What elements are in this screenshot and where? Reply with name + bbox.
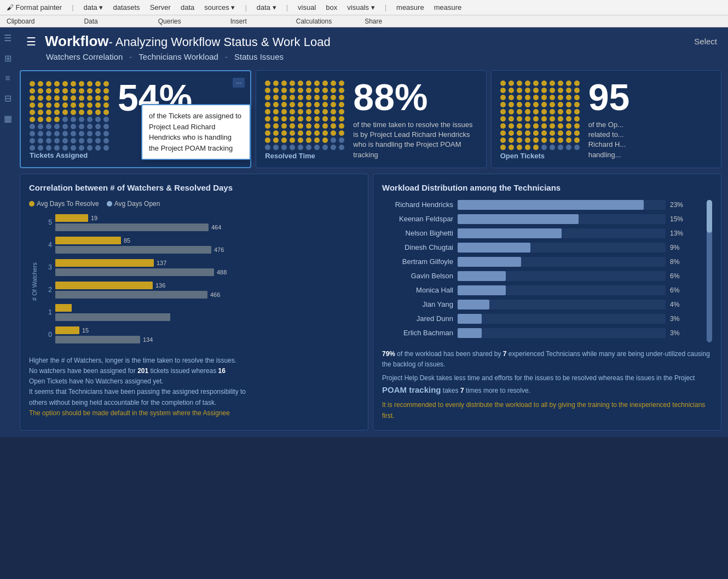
dot-cell [533,123,539,129]
scrollbar-thumb[interactable] [707,200,712,233]
dot-cell [298,116,303,122]
toolbar-measure1[interactable]: measure [396,3,424,12]
dot-cell [290,116,295,122]
sidebar-icon-4[interactable]: ⊟ [4,93,11,104]
sidebar-icon-3[interactable]: ≡ [5,73,10,83]
dot-cell [541,137,547,143]
dot-cell [574,81,580,86]
title-subtitle: - Analyzing Workflow Status & Work Load [109,35,331,49]
dot-cell [79,95,84,101]
dot-cell [62,124,68,129]
gold-bar-line: 15 [55,326,359,334]
dot-cell [273,130,279,136]
footer-line-3: Open Tickets have No Watchers assigned y… [29,376,359,387]
tab-watchers-correlation[interactable]: Watchers Correlation [46,52,123,61]
workload-bar-fill [458,200,644,210]
dot-cell [95,145,101,151]
format-painter[interactable]: 🖌 Format painter [7,3,62,12]
dot-cell [71,117,76,122]
dot-grid-open [500,81,581,150]
chart-legend: Avg Days To Resolve Avg Days Open [29,200,359,208]
sidebar-icon-2[interactable]: ⊞ [4,53,11,64]
dots-menu[interactable]: ··· [233,78,245,88]
dot-cell [322,102,328,107]
dot-cell [30,117,35,122]
gray-bar-line: 476 [55,246,359,254]
tab-technicians-workload[interactable]: Technicians Workload [138,52,218,61]
workload-scrollbar[interactable] [707,200,712,342]
dot-cell [87,124,93,129]
workload-percent: 4% [670,301,690,308]
dot-cell [54,110,60,115]
workload-bar-bg [458,243,666,253]
toolbar-data3[interactable]: data ▾ [257,3,276,12]
toolbar-box[interactable]: box [326,3,337,12]
dot-cell [30,131,35,136]
bars-container: 15134 [55,326,359,343]
dot-cell [281,145,287,150]
workload-chart: Richard Hendricks23%Keenan Feldspar15%Ne… [382,200,712,342]
toolbar-data1[interactable]: data ▾ [84,3,103,12]
tab-status-issues[interactable]: Status Issues [234,52,284,61]
dot-cell [566,81,571,86]
sidebar-icon-5[interactable]: ▦ [4,113,12,124]
toolbar-data2[interactable]: data [181,3,194,12]
gray-bar [55,336,140,343]
kpi-row: 54% ··· of the Tickets are assigned to P… [20,70,721,168]
section-share: Share [365,18,382,25]
left-panel-title: Correlation between # of Watchers & Reso… [29,183,359,192]
legend-resolve: Avg Days To Resolve [29,200,99,208]
dot-cell [331,109,336,114]
dot-cell [79,145,84,151]
select-button[interactable]: Select [694,37,717,46]
dot-cell [566,88,571,93]
bottom-row: Correlation between # of Watchers & Reso… [20,174,721,431]
kpi-desc-resolved: of the time taken to resolve the issues … [353,120,477,160]
dot-cell [322,130,328,136]
dot-cell [62,95,68,101]
sidebar-icon-1[interactable]: ☰ [4,33,11,43]
title-bold: Workflow [45,33,109,49]
dot-cell [566,102,571,107]
dot-cell [322,81,328,86]
dot-cell [87,145,93,151]
kpi-card-tickets-assigned: 54% ··· of the Tickets are assigned to P… [20,70,251,168]
workload-bars: Richard Hendricks23%Keenan Feldspar15%Ne… [382,200,703,342]
toolbar-server[interactable]: Server [150,3,171,12]
dot-cell [314,130,320,136]
left-panel: Correlation between # of Watchers & Reso… [20,174,368,431]
workload-bar-fill [458,328,482,338]
dot-cell [281,130,287,136]
dot-cell [566,95,571,100]
dot-cell [103,138,109,144]
bar-y-label: 0 [44,331,52,339]
dot-cell [95,88,101,94]
dot-cell [79,138,84,144]
toolbar-datasets[interactable]: datasets [113,3,140,12]
toolbar-measure2[interactable]: measure [434,3,462,12]
hamburger-icon[interactable]: ☰ [26,35,36,48]
dot-cell [87,81,93,87]
workload-bar-row: Keenan Feldspar15% [382,214,703,224]
dot-cell [95,117,101,122]
toolbar-visuals[interactable]: visuals ▾ [347,3,374,12]
dot-cell [298,109,303,114]
dot-cell [331,137,336,143]
workload-bar-fill [458,271,506,281]
legend-open: Avg Days Open [107,200,160,208]
toolbar-visual[interactable]: visual [298,3,316,12]
dot-cell [517,88,522,93]
dot-cell [281,137,287,143]
gold-bar-value: 85 [124,237,130,244]
dot-cell [525,81,530,86]
dot-grid-resolved [265,81,345,150]
gray-bar-line: 466 [55,291,359,299]
dot-cell [533,116,539,122]
toolbar-sources[interactable]: sources ▾ [204,3,235,12]
dot-cell [46,138,51,144]
dot-cell [103,145,109,151]
nav-tabs: Watchers Correlation - Technicians Workl… [26,52,717,61]
dot-cell [38,124,43,129]
dot-cell [281,109,287,114]
dot-cell [62,145,68,151]
